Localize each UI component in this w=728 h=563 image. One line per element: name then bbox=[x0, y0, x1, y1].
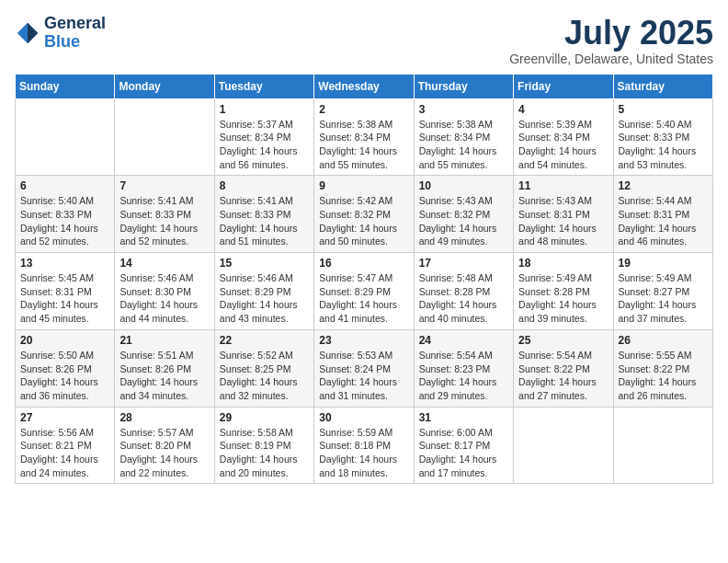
calendar-week-row: 20Sunrise: 5:50 AM Sunset: 8:26 PM Dayli… bbox=[16, 329, 713, 407]
day-number: 8 bbox=[220, 179, 309, 192]
day-info: Sunrise: 5:49 AM Sunset: 8:28 PM Dayligh… bbox=[518, 271, 608, 326]
calendar-day-cell: 21Sunrise: 5:51 AM Sunset: 8:26 PM Dayli… bbox=[115, 329, 214, 407]
calendar-week-row: 13Sunrise: 5:45 AM Sunset: 8:31 PM Dayli… bbox=[16, 253, 713, 330]
day-info: Sunrise: 5:47 AM Sunset: 8:29 PM Dayligh… bbox=[319, 271, 408, 326]
day-info: Sunrise: 5:44 AM Sunset: 8:31 PM Dayligh… bbox=[619, 194, 708, 248]
calendar-day-cell: 3Sunrise: 5:38 AM Sunset: 8:34 PM Daylig… bbox=[414, 98, 513, 176]
calendar-day-cell: 8Sunrise: 5:41 AM Sunset: 8:33 PM Daylig… bbox=[214, 176, 313, 253]
calendar-day-cell: 22Sunrise: 5:52 AM Sunset: 8:25 PM Dayli… bbox=[214, 329, 313, 407]
day-info: Sunrise: 5:41 AM Sunset: 8:33 PM Dayligh… bbox=[119, 194, 209, 248]
day-info: Sunrise: 5:40 AM Sunset: 8:33 PM Dayligh… bbox=[619, 118, 708, 172]
day-number: 27 bbox=[20, 411, 109, 424]
day-info: Sunrise: 5:53 AM Sunset: 8:24 PM Dayligh… bbox=[319, 349, 408, 403]
day-info: Sunrise: 5:37 AM Sunset: 8:34 PM Dayligh… bbox=[220, 118, 309, 172]
calendar-header-row: SundayMondayTuesdayWednesdayThursdayFrid… bbox=[16, 74, 713, 98]
day-info: Sunrise: 5:41 AM Sunset: 8:33 PM Dayligh… bbox=[220, 194, 309, 248]
day-info: Sunrise: 5:54 AM Sunset: 8:23 PM Dayligh… bbox=[419, 349, 508, 403]
calendar-day-cell: 28Sunrise: 5:57 AM Sunset: 8:20 PM Dayli… bbox=[115, 407, 214, 484]
calendar-day-cell: 15Sunrise: 5:46 AM Sunset: 8:29 PM Dayli… bbox=[214, 253, 313, 330]
day-number: 23 bbox=[319, 334, 408, 347]
calendar-day-cell bbox=[613, 407, 712, 484]
calendar-day-cell: 31Sunrise: 6:00 AM Sunset: 8:17 PM Dayli… bbox=[414, 407, 513, 484]
day-info: Sunrise: 5:51 AM Sunset: 8:26 PM Dayligh… bbox=[119, 349, 209, 403]
day-number: 28 bbox=[119, 411, 209, 424]
day-number: 17 bbox=[419, 257, 508, 270]
day-info: Sunrise: 5:49 AM Sunset: 8:27 PM Dayligh… bbox=[619, 271, 708, 326]
location: Greenville, Delaware, United States bbox=[509, 52, 713, 66]
calendar-day-cell: 12Sunrise: 5:44 AM Sunset: 8:31 PM Dayli… bbox=[613, 176, 712, 253]
calendar-body: 1Sunrise: 5:37 AM Sunset: 8:34 PM Daylig… bbox=[16, 98, 713, 484]
calendar-header-cell: Thursday bbox=[414, 74, 513, 98]
day-number: 30 bbox=[319, 411, 408, 424]
calendar-day-cell: 4Sunrise: 5:39 AM Sunset: 8:34 PM Daylig… bbox=[514, 98, 613, 176]
day-number: 1 bbox=[220, 103, 309, 116]
calendar-day-cell: 7Sunrise: 5:41 AM Sunset: 8:33 PM Daylig… bbox=[115, 176, 214, 253]
day-number: 21 bbox=[119, 334, 209, 347]
day-info: Sunrise: 5:43 AM Sunset: 8:31 PM Dayligh… bbox=[518, 194, 608, 248]
calendar-day-cell: 1Sunrise: 5:37 AM Sunset: 8:34 PM Daylig… bbox=[214, 98, 313, 176]
day-info: Sunrise: 5:42 AM Sunset: 8:32 PM Dayligh… bbox=[319, 194, 408, 248]
calendar-day-cell: 26Sunrise: 5:55 AM Sunset: 8:22 PM Dayli… bbox=[613, 329, 712, 407]
calendar-day-cell: 17Sunrise: 5:48 AM Sunset: 8:28 PM Dayli… bbox=[414, 253, 513, 330]
day-number: 24 bbox=[419, 334, 508, 347]
calendar-day-cell: 16Sunrise: 5:47 AM Sunset: 8:29 PM Dayli… bbox=[314, 253, 414, 330]
day-number: 29 bbox=[220, 411, 309, 424]
calendar-header-cell: Tuesday bbox=[214, 74, 313, 98]
calendar-day-cell: 6Sunrise: 5:40 AM Sunset: 8:33 PM Daylig… bbox=[16, 176, 115, 253]
logo: General Blue bbox=[15, 15, 106, 52]
day-number: 3 bbox=[419, 103, 508, 116]
calendar-day-cell: 27Sunrise: 5:56 AM Sunset: 8:21 PM Dayli… bbox=[16, 407, 115, 484]
day-number: 2 bbox=[319, 103, 408, 116]
day-number: 13 bbox=[20, 257, 109, 270]
day-info: Sunrise: 5:52 AM Sunset: 8:25 PM Dayligh… bbox=[220, 349, 309, 403]
day-number: 7 bbox=[119, 179, 209, 192]
calendar-day-cell: 11Sunrise: 5:43 AM Sunset: 8:31 PM Dayli… bbox=[514, 176, 613, 253]
calendar-day-cell: 23Sunrise: 5:53 AM Sunset: 8:24 PM Dayli… bbox=[314, 329, 414, 407]
month-title: July 2025 bbox=[509, 15, 713, 52]
page-header: General Blue July 2025 Greenville, Delaw… bbox=[15, 15, 713, 66]
day-number: 25 bbox=[518, 334, 608, 347]
calendar-day-cell: 2Sunrise: 5:38 AM Sunset: 8:34 PM Daylig… bbox=[314, 98, 414, 176]
calendar-day-cell bbox=[115, 98, 214, 176]
calendar-day-cell: 14Sunrise: 5:46 AM Sunset: 8:30 PM Dayli… bbox=[115, 253, 214, 330]
calendar-day-cell: 5Sunrise: 5:40 AM Sunset: 8:33 PM Daylig… bbox=[613, 98, 712, 176]
day-info: Sunrise: 5:58 AM Sunset: 8:19 PM Dayligh… bbox=[220, 426, 309, 480]
day-number: 26 bbox=[619, 334, 708, 347]
calendar-table: SundayMondayTuesdayWednesdayThursdayFrid… bbox=[15, 74, 713, 485]
calendar-week-row: 27Sunrise: 5:56 AM Sunset: 8:21 PM Dayli… bbox=[16, 407, 713, 484]
day-info: Sunrise: 5:57 AM Sunset: 8:20 PM Dayligh… bbox=[119, 426, 209, 480]
day-number: 9 bbox=[319, 179, 408, 192]
day-info: Sunrise: 5:50 AM Sunset: 8:26 PM Dayligh… bbox=[20, 349, 109, 403]
day-number: 16 bbox=[319, 257, 408, 270]
day-number: 20 bbox=[20, 334, 109, 347]
day-info: Sunrise: 5:38 AM Sunset: 8:34 PM Dayligh… bbox=[419, 118, 508, 172]
calendar-week-row: 6Sunrise: 5:40 AM Sunset: 8:33 PM Daylig… bbox=[16, 176, 713, 253]
day-info: Sunrise: 5:39 AM Sunset: 8:34 PM Dayligh… bbox=[518, 118, 608, 172]
calendar-header-cell: Monday bbox=[115, 74, 214, 98]
calendar-day-cell: 18Sunrise: 5:49 AM Sunset: 8:28 PM Dayli… bbox=[514, 253, 613, 330]
day-number: 22 bbox=[220, 334, 309, 347]
calendar-day-cell: 10Sunrise: 5:43 AM Sunset: 8:32 PM Dayli… bbox=[414, 176, 513, 253]
day-info: Sunrise: 5:54 AM Sunset: 8:22 PM Dayligh… bbox=[518, 349, 608, 403]
day-info: Sunrise: 5:48 AM Sunset: 8:28 PM Dayligh… bbox=[419, 271, 508, 326]
day-info: Sunrise: 5:59 AM Sunset: 8:18 PM Dayligh… bbox=[319, 426, 408, 480]
day-number: 10 bbox=[419, 179, 508, 192]
calendar-day-cell: 13Sunrise: 5:45 AM Sunset: 8:31 PM Dayli… bbox=[16, 253, 115, 330]
calendar-day-cell: 9Sunrise: 5:42 AM Sunset: 8:32 PM Daylig… bbox=[314, 176, 414, 253]
calendar-day-cell: 20Sunrise: 5:50 AM Sunset: 8:26 PM Dayli… bbox=[16, 329, 115, 407]
day-info: Sunrise: 5:56 AM Sunset: 8:21 PM Dayligh… bbox=[20, 426, 109, 480]
calendar-day-cell: 30Sunrise: 5:59 AM Sunset: 8:18 PM Dayli… bbox=[314, 407, 414, 484]
calendar-header-cell: Saturday bbox=[613, 74, 712, 98]
calendar-day-cell: 25Sunrise: 5:54 AM Sunset: 8:22 PM Dayli… bbox=[514, 329, 613, 407]
calendar-day-cell: 29Sunrise: 5:58 AM Sunset: 8:19 PM Dayli… bbox=[214, 407, 313, 484]
day-info: Sunrise: 5:55 AM Sunset: 8:22 PM Dayligh… bbox=[619, 349, 708, 403]
day-info: Sunrise: 5:45 AM Sunset: 8:31 PM Dayligh… bbox=[20, 271, 109, 326]
day-number: 18 bbox=[518, 257, 608, 270]
day-info: Sunrise: 5:43 AM Sunset: 8:32 PM Dayligh… bbox=[419, 194, 508, 248]
day-info: Sunrise: 6:00 AM Sunset: 8:17 PM Dayligh… bbox=[419, 426, 508, 480]
svg-marker-1 bbox=[28, 23, 38, 43]
calendar-header-cell: Sunday bbox=[16, 74, 115, 98]
calendar-day-cell: 19Sunrise: 5:49 AM Sunset: 8:27 PM Dayli… bbox=[613, 253, 712, 330]
day-number: 14 bbox=[119, 257, 209, 270]
calendar-week-row: 1Sunrise: 5:37 AM Sunset: 8:34 PM Daylig… bbox=[16, 98, 713, 176]
